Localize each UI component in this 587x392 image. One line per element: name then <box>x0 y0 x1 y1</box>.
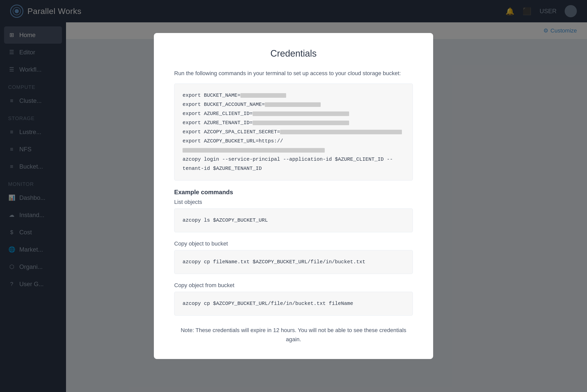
modal-description: Run the following commands in your termi… <box>174 69 413 77</box>
redacted-spa-client-secret <box>280 130 402 134</box>
copy-to-bucket-label: Copy object to bucket <box>174 240 413 247</box>
cmd-azcopy-login: azcopy login --service-principal --appli… <box>183 155 404 173</box>
copy-from-bucket-code-block: azcopy cp $AZCOPY_BUCKET_URL/file/in/buc… <box>174 292 413 316</box>
credentials-code-block: export BUCKET_NAME= export BUCKET_ACCOUN… <box>174 84 413 181</box>
redacted-bucket-account-name <box>265 102 321 107</box>
example-commands-title: Example commands <box>174 189 413 196</box>
cmd-export-bucket-account-name: export BUCKET_ACCOUNT_NAME= <box>183 100 404 109</box>
list-objects-cmd: azcopy ls $AZCOPY_BUCKET_URL <box>183 217 268 223</box>
list-objects-label: List objects <box>174 199 413 205</box>
redacted-azure-tenant-id <box>253 121 349 125</box>
modal-title: Credentials <box>174 48 413 59</box>
list-objects-code-block: azcopy ls $AZCOPY_BUCKET_URL <box>174 208 413 232</box>
copy-to-bucket-cmd: azcopy cp fileName.txt $AZCOPY_BUCKET_UR… <box>183 259 365 265</box>
credentials-modal: Credentials Run the following commands i… <box>154 33 433 359</box>
redacted-bucket-url <box>183 148 325 153</box>
redacted-bucket-name <box>240 93 286 98</box>
cmd-export-bucket-name: export BUCKET_NAME= <box>183 91 404 100</box>
modal-overlay: Credentials Run the following commands i… <box>0 0 587 392</box>
copy-from-bucket-cmd: azcopy cp $AZCOPY_BUCKET_URL/file/in/buc… <box>183 301 353 306</box>
cmd-export-azcopy-bucket-url: export AZCOPY_BUCKET_URL=https:// <box>183 137 404 155</box>
cmd-export-azure-client-id: export AZURE_CLIENT_ID= <box>183 109 404 118</box>
credentials-note: Note: These credentials will expire in 1… <box>174 326 413 344</box>
redacted-azure-client-id <box>253 111 349 116</box>
cmd-export-azure-tenant-id: export AZURE_TENANT_ID= <box>183 118 404 127</box>
copy-to-bucket-code-block: azcopy cp fileName.txt $AZCOPY_BUCKET_UR… <box>174 250 413 274</box>
cmd-export-azcopy-spa-client-secret: export AZCOPY_SPA_CLIENT_SECRET= <box>183 127 404 137</box>
copy-from-bucket-label: Copy object from bucket <box>174 282 413 289</box>
